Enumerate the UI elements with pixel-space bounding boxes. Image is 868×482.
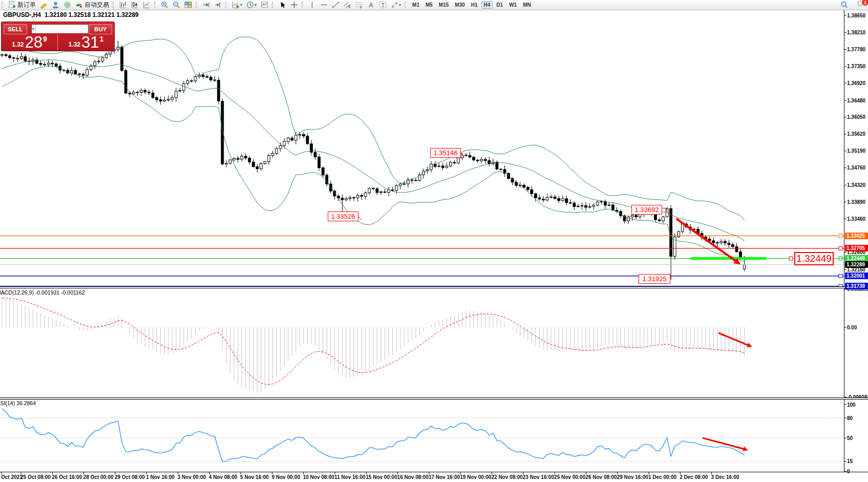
textA-icon: A (367, 1, 375, 9)
linechart-icon (143, 1, 151, 9)
price-annotation-1.33526[interactable]: 1.33526 (328, 212, 358, 221)
zoom-out-button[interactable] (171, 0, 182, 10)
candlestick-chart-button[interactable] (130, 0, 140, 10)
toolbar-grip (154, 2, 157, 8)
timeframe-d1-button[interactable]: D1 (494, 1, 505, 9)
doc-plus-icon (8, 1, 16, 9)
time-label-10: 10 Nov 08:00 (303, 474, 334, 480)
price-chart[interactable] (0, 0, 868, 482)
buy-price[interactable]: 1.32 31 1 (58, 34, 114, 50)
sell-button[interactable]: SELL (4, 24, 27, 34)
autotrading-button[interactable]: 自动交易 (74, 0, 111, 10)
new-order-button[interactable]: 新订单 (7, 0, 37, 10)
timeframe-h1-button[interactable]: H1 (469, 1, 480, 9)
tile-windows-button[interactable] (183, 0, 194, 10)
equidistant-channel-button[interactable]: E (342, 0, 353, 10)
chart-shift-button[interactable] (213, 0, 223, 10)
vertical-line-button[interactable] (307, 0, 317, 10)
svg-text:E: E (349, 5, 351, 9)
zoom-in-button[interactable] (159, 0, 170, 10)
radar-icon (63, 1, 71, 9)
fibonacci-button[interactable]: F (354, 0, 365, 10)
time-label-15: 19 Nov 00:00 (460, 474, 491, 480)
macd-pane-separator[interactable] (0, 286, 868, 288)
price-marker-1.33025: 1.33025 (845, 233, 868, 239)
price-tick-1.34760: 1.34760 (847, 165, 865, 171)
time-label-22: 2 Dec 08:00 (680, 474, 708, 480)
new-order-label: 新订单 (17, 1, 36, 9)
price-annotation-1.32449[interactable]: 1.32449 (794, 252, 834, 265)
line-chart-button[interactable] (141, 0, 152, 10)
rsi-tick-15: 15 (847, 458, 853, 464)
time-label-19: 26 Nov 08:00 (585, 474, 617, 480)
price-tick-1.33890: 1.33890 (847, 199, 865, 205)
price-annotation-1.35146[interactable]: 1.35146 (430, 148, 461, 158)
time-label-23: 3 Dec 16:00 (711, 474, 739, 480)
timeframe-m15-button[interactable]: M15 (436, 1, 451, 9)
shift-icon (214, 1, 222, 9)
trend-icon (332, 1, 340, 9)
volume-input[interactable] (36, 25, 89, 33)
chevron-down-icon[interactable]: ▾ (399, 3, 401, 7)
price-tick-1.38210: 1.38210 (847, 30, 865, 35)
horizontal-line-button[interactable] (319, 0, 329, 10)
metaeditor-button[interactable] (38, 0, 49, 10)
timeframe-h4-button[interactable]: H4 (481, 1, 493, 9)
macd-indicator-label: MACD(12,26,9) -0.001931 -0.001162 (0, 289, 85, 296)
price-marker-1.32289: 1.32289 (845, 261, 868, 268)
crosshair-button[interactable] (289, 0, 300, 10)
volume-decrease-button[interactable]: ▼ (32, 25, 36, 33)
arrows-button[interactable]: ▾ (389, 0, 403, 10)
chevron-down-icon[interactable]: ▾ (255, 3, 257, 7)
periods-button[interactable]: ▾ (245, 0, 258, 10)
rsi-pane-separator[interactable] (0, 397, 868, 400)
vline-icon (308, 1, 316, 9)
price-marker-1.32449: 1.32449 (845, 255, 868, 262)
buy-button[interactable]: BUY (89, 24, 112, 34)
timeframe-mn-button[interactable]: MN (520, 1, 534, 9)
timeframe-m5-button[interactable]: M5 (423, 1, 435, 9)
text-label-button[interactable]: T (377, 0, 388, 10)
rsi-tick-80: 80 (847, 415, 853, 421)
signals-button[interactable] (62, 0, 73, 10)
labelT-icon: T (379, 1, 387, 9)
symbol-period-label: GBPUSD-,H4 (3, 11, 41, 18)
bollinger-bands (2, 37, 745, 262)
time-label-21: 1 Dec 00:00 (648, 474, 676, 480)
price-annotation-1.33692[interactable]: 1.33692 (631, 205, 662, 215)
trade-controls-row: SELL ▼ ▲ BUY (2, 24, 114, 34)
sell-price-sup: 9 (43, 35, 47, 43)
autotrading-label: 自动交易 (84, 1, 109, 9)
auto-scroll-button[interactable] (201, 0, 211, 10)
time-label-13: 16 Nov 08:00 (397, 474, 429, 480)
search-button[interactable] (839, 0, 850, 10)
trade-prices-row: 1.32 28 9 1.32 31 1 (2, 34, 114, 50)
chat-button[interactable]: 1 (857, 0, 865, 10)
notification-badge: 1 (861, 0, 868, 6)
price-tick-1.33460: 1.33460 (847, 216, 865, 222)
profile-button[interactable] (50, 0, 61, 10)
rsi-tick-0: 0 (847, 469, 850, 474)
sell-price[interactable]: 1.32 28 9 (2, 34, 58, 50)
trendline-button[interactable] (330, 0, 341, 10)
rsi-tick-100: 100 (847, 402, 856, 408)
buy-price-prefix: 1.32 (69, 41, 80, 48)
templates-button[interactable] (259, 0, 270, 10)
time-label-6: 3 Nov 00:00 (178, 474, 206, 480)
text-button[interactable]: A (366, 0, 376, 10)
autoscroll-icon (202, 1, 210, 9)
price-marker-1.32001: 1.32001 (845, 273, 868, 279)
time-label-14: 17 Nov 16:00 (429, 474, 460, 480)
indicators-button[interactable]: ▾ (230, 0, 244, 10)
price-tick-1.37780: 1.37780 (847, 47, 865, 52)
bar-chart-button[interactable] (118, 0, 129, 10)
timeframe-m1-button[interactable]: M1 (410, 1, 422, 9)
channel-icon: E (344, 1, 351, 9)
timeframe-w1-button[interactable]: W1 (506, 1, 519, 9)
price-annotation-1.31925[interactable]: 1.31925 (639, 274, 670, 284)
timeframe-m30-button[interactable]: M30 (452, 1, 467, 9)
cursor-button[interactable] (277, 0, 288, 10)
clock-icon (246, 1, 254, 9)
chevron-down-icon[interactable]: ▾ (240, 3, 242, 7)
fibo-icon: F (355, 1, 363, 9)
